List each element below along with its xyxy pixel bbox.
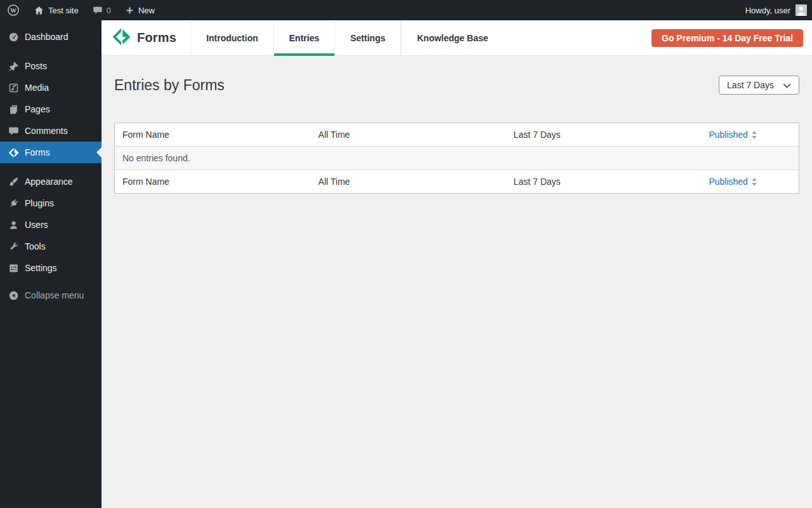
- sidebar-item-label: Settings: [25, 264, 57, 272]
- comments-shortcut[interactable]: 0: [86, 0, 118, 20]
- plug-icon: [7, 198, 20, 209]
- column-footer-last-7-days: Last 7 Days: [506, 170, 702, 193]
- new-content-menu[interactable]: New: [118, 0, 162, 20]
- forms-brand: Forms: [102, 20, 190, 55]
- user-icon: [7, 220, 20, 231]
- admin-bar: W Test site 0 New Howdy, user: [0, 0, 812, 20]
- sidebar-item-label: Posts: [25, 62, 47, 70]
- title-row: Entries by Forms Last 7 Days: [114, 76, 799, 95]
- tab-introduction[interactable]: Introduction: [190, 20, 273, 55]
- sidebar-item-label: Tools: [25, 242, 46, 251]
- sliders-icon: [7, 263, 20, 274]
- column-footer-form-name: Form Name: [115, 170, 311, 193]
- sidebar-item-users[interactable]: Users: [0, 214, 102, 236]
- sort-arrows-icon: [752, 178, 757, 186]
- sidebar-item-label: Comments: [25, 126, 68, 135]
- comment-count: 0: [107, 6, 111, 15]
- wordpress-logo-menu[interactable]: W: [0, 0, 27, 20]
- media-icon: [7, 83, 20, 93]
- new-label: New: [138, 6, 155, 15]
- tab-label: Knowledge Base: [417, 33, 488, 43]
- table-footer-row: Form Name All Time Last 7 Days Published: [115, 170, 799, 193]
- sidebar-item-dashboard[interactable]: Dashboard: [0, 26, 102, 48]
- main-content: Entries by Forms Last 7 Days Form Name A…: [102, 56, 812, 508]
- table-empty-row: No entries found.: [115, 146, 799, 170]
- plus-icon: [125, 6, 134, 15]
- wrench-icon: [7, 241, 20, 252]
- sidebar-item-media[interactable]: Media: [0, 77, 102, 98]
- column-footer-all-time: All Time: [311, 170, 506, 193]
- sidebar-item-label: Plugins: [25, 199, 54, 208]
- tab-label: Introduction: [206, 33, 258, 43]
- collapse-menu-label: Collapse menu: [25, 291, 84, 300]
- svg-text:W: W: [10, 8, 16, 14]
- sidebar-item-label: Appearance: [25, 177, 73, 186]
- brand-name: Forms: [137, 30, 176, 45]
- sidebar-item-posts[interactable]: Posts: [0, 55, 102, 77]
- wordpress-logo-icon: W: [7, 4, 20, 17]
- account-menu[interactable]: Howdy, user: [740, 0, 812, 20]
- page-title: Entries by Forms: [114, 76, 225, 95]
- tab-settings[interactable]: Settings: [334, 20, 401, 55]
- home-icon: [34, 5, 44, 16]
- brush-icon: [7, 177, 20, 187]
- sidebar-item-label: Dashboard: [25, 32, 69, 41]
- tab-knowledge-base[interactable]: Knowledge Base: [401, 20, 503, 55]
- tab-label: Settings: [350, 33, 385, 43]
- forms-plugin-header: Forms Introduction Entries Settings Know…: [102, 20, 812, 56]
- tab-entries[interactable]: Entries: [273, 20, 334, 55]
- table-header-row: Form Name All Time Last 7 Days Published: [115, 123, 799, 146]
- sidebar-item-pages[interactable]: Pages: [0, 98, 102, 120]
- site-name: Test site: [48, 6, 79, 15]
- sidebar-item-label: Media: [25, 83, 49, 92]
- sidebar-item-comments[interactable]: Comments: [0, 120, 102, 142]
- go-premium-button[interactable]: Go Premium - 14 Day Free Trial: [652, 29, 803, 47]
- collapse-menu-button[interactable]: Collapse menu: [0, 285, 102, 305]
- column-footer-published-sort[interactable]: Published: [701, 170, 799, 193]
- comment-icon: [7, 126, 20, 137]
- column-header-form-name: Form Name: [115, 123, 311, 146]
- collapse-arrow-icon: [7, 290, 20, 301]
- sidebar-item-label: Forms: [25, 148, 50, 157]
- howdy-text: Howdy, user: [745, 6, 790, 15]
- avatar: [796, 4, 807, 16]
- sidebar-item-label: Users: [25, 220, 48, 229]
- sidebar-item-appearance[interactable]: Appearance: [0, 171, 102, 192]
- sidebar-item-plugins[interactable]: Plugins: [0, 192, 102, 214]
- admin-sidebar: Dashboard Posts Media Pages Comments For…: [0, 20, 102, 508]
- comment-bubble-icon: [93, 5, 103, 15]
- forms-diamond-icon: [7, 147, 20, 158]
- column-header-last-7-days: Last 7 Days: [506, 123, 702, 146]
- sort-arrows-icon: [752, 131, 757, 139]
- published-label: Published: [709, 176, 748, 187]
- dashboard-icon: [7, 32, 20, 43]
- column-header-all-time: All Time: [311, 123, 506, 146]
- date-range-select[interactable]: Last 7 Days: [719, 76, 799, 95]
- site-link[interactable]: Test site: [27, 0, 86, 20]
- sidebar-item-forms[interactable]: Forms: [0, 142, 102, 163]
- empty-message: No entries found.: [115, 147, 799, 170]
- date-range-value: Last 7 Days: [727, 80, 774, 90]
- chevron-down-icon: [783, 80, 791, 90]
- entries-table: Form Name All Time Last 7 Days Published…: [114, 123, 799, 194]
- sidebar-item-settings[interactable]: Settings: [0, 257, 102, 279]
- tab-label: Entries: [289, 33, 319, 43]
- column-header-published-sort[interactable]: Published: [701, 123, 799, 146]
- forms-logo-icon: [112, 27, 131, 49]
- pages-icon: [7, 104, 20, 115]
- sidebar-item-label: Pages: [25, 105, 50, 114]
- pushpin-icon: [7, 61, 20, 72]
- sidebar-item-tools[interactable]: Tools: [0, 236, 102, 257]
- published-label: Published: [709, 129, 748, 140]
